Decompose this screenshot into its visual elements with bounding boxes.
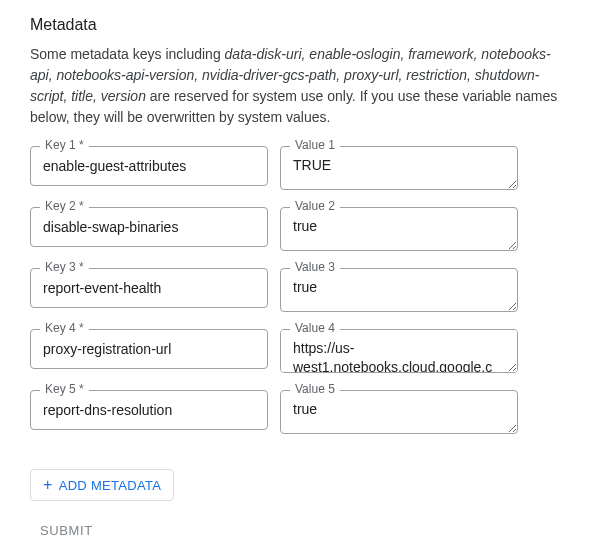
key-field: Key 4 * [30,329,268,369]
value-textarea[interactable]: https://us-west1.notebooks.cloud.google.… [280,329,518,373]
key-input[interactable] [30,329,268,369]
value-label: Value 2 [290,199,340,213]
key-input[interactable] [30,390,268,430]
submit-button[interactable]: SUBMIT [40,523,93,538]
key-label: Key 3 * [40,260,89,274]
key-field: Key 2 * [30,207,268,247]
metadata-row: Key 4 * Value 4 https://us-west1.noteboo… [30,329,570,376]
value-label: Value 5 [290,382,340,396]
metadata-row: Key 1 * Value 1 TRUE [30,146,570,193]
value-field: Value 2 true [280,207,518,254]
key-label: Key 5 * [40,382,89,396]
value-field: Value 1 TRUE [280,146,518,193]
key-label: Key 1 * [40,138,89,152]
key-input[interactable] [30,207,268,247]
value-textarea[interactable]: true [280,268,518,312]
key-label: Key 4 * [40,321,89,335]
value-field: Value 5 true [280,390,518,437]
key-input[interactable] [30,146,268,186]
description-prefix: Some metadata keys including [30,46,225,62]
key-field: Key 3 * [30,268,268,308]
value-label: Value 4 [290,321,340,335]
metadata-row: Key 5 * Value 5 true [30,390,570,437]
add-metadata-button[interactable]: + ADD METADATA [30,469,174,501]
value-field: Value 4 https://us-west1.notebooks.cloud… [280,329,518,376]
metadata-row: Key 3 * Value 3 true [30,268,570,315]
key-field: Key 1 * [30,146,268,186]
metadata-row: Key 2 * Value 2 true [30,207,570,254]
value-label: Value 1 [290,138,340,152]
add-metadata-label: ADD METADATA [59,478,162,493]
key-label: Key 2 * [40,199,89,213]
value-label: Value 3 [290,260,340,274]
metadata-heading: Metadata [30,16,570,34]
value-field: Value 3 true [280,268,518,315]
metadata-description: Some metadata keys including data-disk-u… [30,44,570,128]
value-textarea[interactable]: true [280,207,518,251]
key-field: Key 5 * [30,390,268,430]
plus-icon: + [43,477,53,493]
value-textarea[interactable]: true [280,390,518,434]
metadata-rows: Key 1 * Value 1 TRUE Key 2 * Value 2 tru… [30,146,570,437]
value-textarea[interactable]: TRUE [280,146,518,190]
key-input[interactable] [30,268,268,308]
